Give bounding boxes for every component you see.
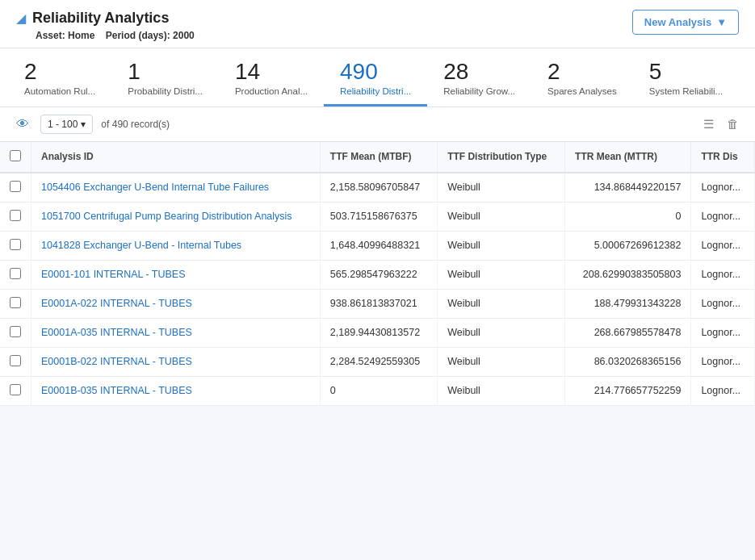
tab-label-automation-rules: Automation Rul...: [24, 86, 95, 96]
row-ttf-dist-type: Weibull: [438, 318, 565, 347]
tab-spares-analyses[interactable]: 2 Spares Analyses: [531, 48, 633, 107]
row-ttr-mean: 214.776657752259: [565, 376, 691, 405]
tab-count-system-reliabili: 5: [649, 60, 662, 85]
row-checkbox[interactable]: [0, 231, 31, 260]
tab-count-spares-analyses: 2: [547, 60, 560, 85]
columns-icon[interactable]: ☰: [700, 114, 717, 135]
row-analysis-id[interactable]: 1054406 Exchanger U-Bend Internal Tube F…: [31, 173, 321, 203]
row-checkbox[interactable]: [0, 202, 31, 231]
tab-label-reliability-distri: Reliability Distri...: [340, 86, 411, 96]
table-row: 1051700 Centrifugal Pump Bearing Distrib…: [0, 202, 755, 231]
tab-label-probability-distri: Probability Distri...: [128, 86, 203, 96]
row-ttf-mean: 503.715158676375: [320, 202, 437, 231]
row-ttr-mean: 134.868449220157: [565, 173, 691, 203]
row-select-checkbox[interactable]: [10, 268, 21, 279]
table-row: E0001A-035 INTERNAL - TUBES 2,189.944308…: [0, 318, 755, 347]
col-analysis-id: Analysis ID: [31, 142, 321, 173]
row-analysis-id[interactable]: 1051700 Centrifugal Pump Bearing Distrib…: [31, 202, 321, 231]
toolbar: 👁 1 - 100 of 490 record(s) ☰ 🗑: [0, 107, 755, 142]
row-ttf-mean: 938.861813837021: [320, 289, 437, 318]
table-row: 1054406 Exchanger U-Bend Internal Tube F…: [0, 173, 755, 203]
table-header-row: Analysis ID TTF Mean (MTBF) TTF Distribu…: [0, 142, 755, 173]
tab-label-system-reliabili: System Reliabili...: [649, 86, 723, 96]
row-ttf-mean: 565.298547963222: [320, 260, 437, 289]
tab-reliability-distri[interactable]: 490 Reliability Distri...: [324, 48, 427, 107]
row-ttr-mean: 188.479931343228: [565, 289, 691, 318]
row-checkbox[interactable]: [0, 289, 31, 318]
tab-probability-distri[interactable]: 1 Probability Distri...: [111, 48, 219, 107]
tab-label-spares-analyses: Spares Analyses: [547, 86, 617, 96]
col-ttr-dis: TTR Dis: [691, 142, 755, 173]
row-ttf-mean: 2,189.94430813572: [320, 318, 437, 347]
row-ttf-dist-type: Weibull: [438, 347, 565, 376]
row-ttr-dis: Lognor...: [691, 318, 755, 347]
tabs-container: 2 Automation Rul... 1 Probability Distri…: [0, 48, 755, 107]
row-analysis-id[interactable]: 1041828 Exchanger U-Bend - Internal Tube…: [31, 231, 321, 260]
row-ttr-mean: 0: [565, 202, 691, 231]
tab-production-anal[interactable]: 14 Production Anal...: [219, 48, 324, 107]
tab-automation-rules[interactable]: 2 Automation Rul...: [8, 48, 111, 107]
row-ttr-dis: Lognor...: [691, 376, 755, 405]
filter-icon: ◢: [16, 10, 26, 26]
new-analysis-label: New Analysis: [644, 16, 711, 28]
new-analysis-chevron-icon: ▼: [716, 16, 727, 28]
page-range-select[interactable]: 1 - 100: [40, 115, 93, 134]
row-ttf-dist-type: Weibull: [438, 231, 565, 260]
asset-label: Asset:: [36, 30, 65, 41]
row-ttr-dis: Lognor...: [691, 347, 755, 376]
tab-label-reliability-grow: Reliability Grow...: [443, 86, 515, 96]
row-ttf-mean: 0: [320, 376, 437, 405]
row-ttf-dist-type: Weibull: [438, 173, 565, 203]
row-select-checkbox[interactable]: [10, 239, 21, 250]
col-ttr-mean: TTR Mean (MTTR): [565, 142, 691, 173]
row-checkbox[interactable]: [0, 173, 31, 203]
row-analysis-id[interactable]: E0001-101 INTERNAL - TUBES: [31, 260, 321, 289]
page-range-chevron-icon: [81, 119, 86, 130]
row-select-checkbox[interactable]: [10, 210, 21, 221]
filter-toolbar-icon[interactable]: 👁: [13, 114, 32, 135]
row-ttr-mean: 86.0320268365156: [565, 347, 691, 376]
col-ttf-mean: TTF Mean (MTBF): [320, 142, 437, 173]
row-ttf-mean: 1,648.40996488321: [320, 231, 437, 260]
new-analysis-button[interactable]: New Analysis ▼: [632, 10, 739, 35]
row-ttr-dis: Lognor...: [691, 173, 755, 203]
tab-count-reliability-distri: 490: [340, 60, 378, 85]
tab-label-production-anal: Production Anal...: [235, 86, 308, 96]
row-ttf-dist-type: Weibull: [438, 202, 565, 231]
tab-count-reliability-grow: 28: [443, 60, 468, 85]
toolbar-actions: ☰ 🗑: [700, 114, 742, 135]
row-ttf-dist-type: Weibull: [438, 289, 565, 318]
row-select-checkbox[interactable]: [10, 355, 21, 366]
table-row: E0001B-035 INTERNAL - TUBES 0 Weibull 21…: [0, 376, 755, 405]
row-select-checkbox[interactable]: [10, 181, 21, 192]
tab-reliability-grow[interactable]: 28 Reliability Grow...: [427, 48, 531, 107]
row-checkbox[interactable]: [0, 376, 31, 405]
page-title: Reliability Analytics: [32, 10, 169, 27]
asset-value: Home: [68, 30, 94, 41]
header-meta: Asset: Home Period (days): 2000: [16, 30, 195, 41]
row-checkbox[interactable]: [0, 260, 31, 289]
row-ttr-dis: Lognor...: [691, 260, 755, 289]
select-all-checkbox[interactable]: [10, 150, 21, 161]
col-ttf-dist-type: TTF Distribution Type: [438, 142, 565, 173]
row-checkbox[interactable]: [0, 347, 31, 376]
row-select-checkbox[interactable]: [10, 384, 21, 395]
row-select-checkbox[interactable]: [10, 326, 21, 337]
row-ttr-mean: 5.00067269612382: [565, 231, 691, 260]
row-analysis-id[interactable]: E0001B-035 INTERNAL - TUBES: [31, 376, 321, 405]
tab-count-probability-distri: 1: [128, 60, 141, 85]
table-row: E0001-101 INTERNAL - TUBES 565.298547963…: [0, 260, 755, 289]
row-analysis-id[interactable]: E0001B-022 INTERNAL - TUBES: [31, 347, 321, 376]
row-checkbox[interactable]: [0, 318, 31, 347]
table-wrapper: Analysis ID TTF Mean (MTBF) TTF Distribu…: [0, 142, 755, 406]
analysis-table: Analysis ID TTF Mean (MTBF) TTF Distribu…: [0, 142, 755, 406]
tab-system-reliabili[interactable]: 5 System Reliabili...: [633, 48, 739, 107]
row-analysis-id[interactable]: E0001A-035 INTERNAL - TUBES: [31, 318, 321, 347]
delete-icon[interactable]: 🗑: [724, 114, 742, 135]
row-analysis-id[interactable]: E0001A-022 INTERNAL - TUBES: [31, 289, 321, 318]
row-select-checkbox[interactable]: [10, 297, 21, 308]
header-title-row: ◢ Reliability Analytics: [16, 10, 195, 27]
row-ttr-mean: 208.629903835058​03: [565, 260, 691, 289]
table-row: 1041828 Exchanger U-Bend - Internal Tube…: [0, 231, 755, 260]
page-header: ◢ Reliability Analytics Asset: Home Peri…: [0, 0, 755, 48]
